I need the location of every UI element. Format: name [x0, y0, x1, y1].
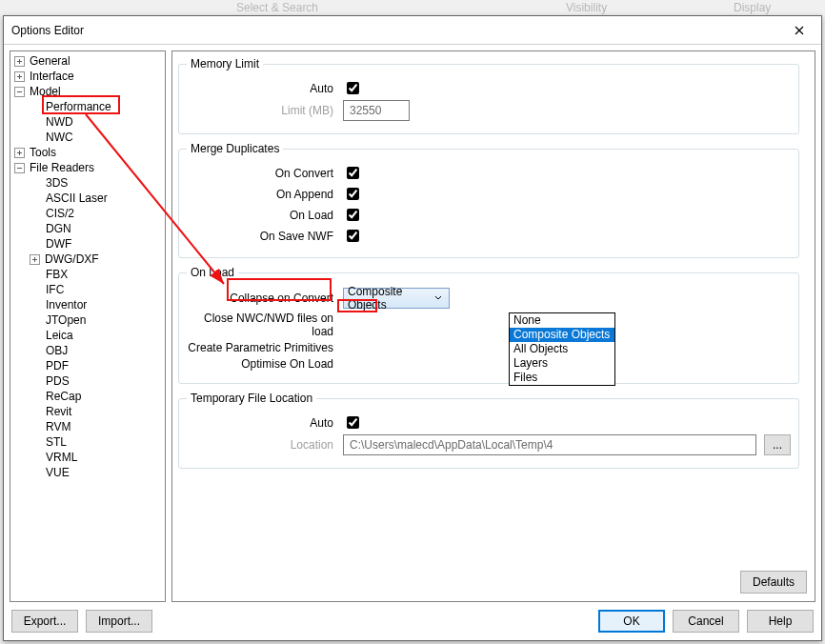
on-append-checkbox[interactable] — [347, 188, 359, 200]
tree-item-ifc[interactable]: IFC — [10, 282, 165, 297]
category-tree[interactable]: General Interface Model Performance NWD … — [10, 50, 166, 602]
background-ribbon-hints: Select & Search Visibility Display — [0, 0, 825, 15]
help-button[interactable]: Help — [747, 610, 814, 633]
expand-icon[interactable] — [30, 254, 40, 265]
memory-limit-legend: Memory Limit — [187, 57, 263, 70]
defaults-button[interactable]: Defaults — [740, 571, 807, 594]
collapse-on-convert-combo[interactable]: Composite Objects — [343, 288, 450, 309]
on-load-label: On Load — [187, 209, 333, 222]
tree-item-model[interactable]: Model — [10, 84, 165, 99]
dropdown-option-layers[interactable]: Layers — [510, 356, 614, 371]
tree-item-vue[interactable]: VUE — [10, 465, 165, 480]
tree-item-obj[interactable]: OBJ — [10, 343, 165, 358]
limit-mb-input[interactable] — [343, 100, 410, 121]
tree-item-tools[interactable]: Tools — [10, 145, 165, 160]
tree-item-leica[interactable]: Leica — [10, 328, 165, 343]
dropdown-option-files[interactable]: Files — [510, 371, 614, 385]
titlebar: Options Editor — [4, 16, 821, 45]
limit-mb-label: Limit (MB) — [187, 104, 333, 117]
window-title: Options Editor — [11, 24, 777, 37]
tree-item-pdf[interactable]: PDF — [10, 358, 165, 373]
tree-item-fbx[interactable]: FBX — [10, 267, 165, 282]
collapse-on-convert-label: Collapse on Convert — [187, 292, 333, 305]
on-convert-label: On Convert — [187, 167, 333, 180]
tree-item-performance[interactable]: Performance — [10, 99, 165, 114]
tree-item-file-readers[interactable]: File Readers — [10, 160, 165, 175]
collapse-icon[interactable] — [14, 87, 25, 97]
on-convert-checkbox[interactable] — [347, 167, 359, 179]
temp-location-legend: Temporary File Location — [187, 392, 316, 405]
memory-limit-group: Memory Limit Auto Limit (MB) — [178, 57, 799, 134]
export-button[interactable]: Export... — [11, 610, 78, 633]
tree-item-stl[interactable]: STL — [10, 434, 165, 450]
on-append-label: On Append — [187, 188, 333, 201]
tree-item-inventor[interactable]: Inventor — [10, 297, 165, 312]
dropdown-option-all[interactable]: All Objects — [510, 342, 614, 356]
tree-item-dwg-dxf[interactable]: DWG/DXF — [10, 252, 165, 267]
on-save-nwf-label: On Save NWF — [187, 230, 333, 243]
tree-item-pds[interactable]: PDS — [10, 373, 165, 389]
chevron-down-icon — [432, 295, 445, 301]
close-button[interactable] — [777, 16, 821, 45]
settings-panel: Memory Limit Auto Limit (MB) Merge Dupli… — [171, 50, 815, 602]
on-load-legend: On Load — [187, 266, 238, 279]
dropdown-option-composite[interactable]: Composite Objects — [510, 328, 614, 342]
expand-icon[interactable] — [14, 148, 25, 158]
tree-item-rvm[interactable]: RVM — [10, 419, 165, 434]
dropdown-option-none[interactable]: None — [510, 313, 614, 328]
ok-button[interactable]: OK — [598, 610, 665, 633]
merge-duplicates-legend: Merge Duplicates — [187, 142, 283, 155]
on-load-group: On Load Collapse on Convert Composite Ob… — [178, 266, 799, 384]
temp-location-group: Temporary File Location Auto Location ..… — [178, 392, 799, 469]
temp-auto-label: Auto — [187, 416, 333, 430]
tree-item-vrml[interactable]: VRML — [10, 450, 165, 465]
auto-label: Auto — [187, 82, 333, 95]
collapse-on-convert-dropdown[interactable]: None Composite Objects All Objects Layer… — [509, 312, 615, 386]
tree-item-nwd[interactable]: NWD — [10, 114, 165, 130]
tree-item-cis2[interactable]: CIS/2 — [10, 206, 165, 221]
expand-icon[interactable] — [14, 71, 25, 82]
on-load-checkbox[interactable] — [347, 209, 359, 221]
close-icon — [795, 26, 804, 35]
dialog-footer: Export... Import... OK Cancel Help — [4, 602, 821, 640]
temp-location-label: Location — [187, 438, 333, 452]
tree-item-3ds[interactable]: 3DS — [10, 175, 165, 191]
tree-item-recap[interactable]: ReCap — [10, 389, 165, 404]
tree-item-dwf[interactable]: DWF — [10, 236, 165, 252]
tree-item-dgn[interactable]: DGN — [10, 221, 165, 236]
tree-item-ascii-laser[interactable]: ASCII Laser — [10, 191, 165, 206]
optimise-on-load-label: Optimise On Load — [187, 357, 333, 371]
tree-item-jtopen[interactable]: JTOpen — [10, 312, 165, 328]
expand-icon[interactable] — [14, 56, 25, 67]
close-nwc-nwd-label: Close NWC/NWD files on load — [187, 312, 333, 338]
tree-item-nwc[interactable]: NWC — [10, 130, 165, 145]
tree-item-interface[interactable]: Interface — [10, 69, 165, 84]
create-parametric-label: Create Parametric Primitives — [187, 341, 333, 354]
options-editor-window: Options Editor General Interface Model P… — [3, 15, 822, 641]
tree-item-revit[interactable]: Revit — [10, 404, 165, 419]
browse-button[interactable]: ... — [764, 434, 791, 455]
memory-auto-checkbox[interactable] — [347, 82, 359, 94]
import-button[interactable]: Import... — [86, 610, 152, 633]
merge-duplicates-group: Merge Duplicates On Convert On Append On… — [178, 142, 799, 258]
temp-location-input[interactable] — [343, 434, 756, 455]
temp-auto-checkbox[interactable] — [347, 416, 359, 429]
cancel-button[interactable]: Cancel — [673, 610, 739, 633]
tree-item-general[interactable]: General — [10, 53, 165, 69]
collapse-icon[interactable] — [14, 163, 25, 173]
on-save-nwf-checkbox[interactable] — [347, 230, 359, 242]
